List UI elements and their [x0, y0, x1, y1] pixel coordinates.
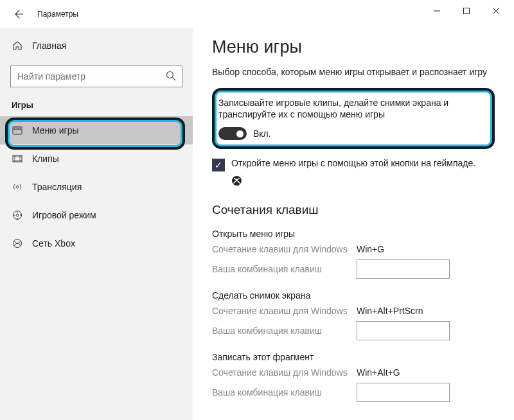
your-combo-label: Ваша комбинация клавиш — [212, 326, 357, 336]
svg-rect-3 — [14, 128, 17, 130]
svg-point-6 — [16, 186, 19, 188]
close-icon — [493, 8, 499, 14]
xbox-network-icon — [12, 238, 23, 249]
windows-combo-label: Сочетание клавиш для Windows — [212, 367, 357, 378]
toggle-label: Вкл. — [253, 128, 271, 139]
titlebar: Параметры — [0, 0, 514, 28]
maximize-icon — [463, 8, 470, 14]
nav-item-label: Сеть Xbox — [32, 238, 75, 249]
clips-icon — [12, 153, 23, 164]
close-button[interactable] — [482, 1, 510, 21]
back-button[interactable] — [9, 4, 28, 24]
your-combo-input[interactable] — [357, 383, 450, 402]
page-title: Меню игры — [212, 37, 495, 57]
svg-rect-5 — [13, 155, 22, 162]
shortcut-label: Открыть меню игры — [212, 229, 495, 239]
record-toggle[interactable] — [218, 127, 247, 140]
windows-combo-label: Сочетание клавиш для Windows — [212, 244, 357, 254]
page-description: Выбор способа, которым меню игры открыва… — [212, 66, 495, 79]
nav-item-label: Клипы — [32, 153, 59, 164]
nav-item-label: Трансляция — [32, 182, 82, 192]
shortcut-group-open: Открыть меню игры Сочетание клавиш для W… — [212, 229, 495, 279]
shortcuts-title: Сочетания клавиш — [212, 203, 495, 217]
nav-item-label: Игровой режим — [32, 210, 96, 220]
your-combo-input[interactable] — [357, 259, 450, 279]
svg-point-1 — [167, 72, 173, 78]
shortcut-label: Записать этот фрагмент — [212, 352, 495, 362]
nav-home-label: Главная — [32, 40, 66, 51]
shortcut-group-record: Записать этот фрагмент Сочетание клавиш … — [212, 352, 495, 402]
maximize-button[interactable] — [452, 1, 481, 21]
minimize-button[interactable] — [423, 1, 451, 21]
your-combo-input[interactable] — [357, 321, 450, 340]
sidebar-category: Игры — [0, 96, 193, 116]
main-content: Меню игры Выбор способа, которым меню иг… — [193, 28, 514, 420]
minimize-icon — [434, 8, 440, 14]
window-title: Параметры — [37, 10, 78, 19]
your-combo-label: Ваша комбинация клавиш — [212, 387, 357, 398]
nav-game-mode[interactable]: Игровой режим — [0, 201, 193, 229]
game-mode-icon — [12, 209, 23, 221]
game-bar-icon — [12, 125, 23, 136]
svg-rect-4 — [19, 128, 21, 130]
nav-clips[interactable]: Клипы — [0, 144, 193, 173]
svg-rect-0 — [464, 8, 470, 14]
gamepad-checkbox[interactable]: ✓ — [212, 159, 225, 171]
search-input[interactable] — [10, 66, 182, 87]
record-description: Записывайте игровые клипы, делайте снимк… — [218, 97, 483, 121]
search-icon — [166, 71, 176, 81]
home-icon — [12, 40, 23, 51]
shortcut-label: Сделать снимок экрана — [212, 290, 495, 301]
nav-home[interactable]: Главная — [0, 32, 193, 59]
svg-point-8 — [16, 214, 19, 216]
your-combo-label: Ваша комбинация клавиш — [212, 264, 357, 274]
windows-combo-value: Win+Alt+PrtScrn — [357, 306, 423, 316]
gamepad-checkbox-label: Откройте меню игры с помощью этой кнопки… — [231, 158, 475, 168]
windows-combo-label: Сочетание клавиш для Windows — [212, 306, 357, 316]
nav-item-label: Меню игры — [32, 125, 79, 136]
arrow-left-icon — [13, 9, 24, 19]
nav-broadcast[interactable]: Трансляция — [0, 173, 193, 201]
nav-game-bar[interactable]: Меню игры — [0, 116, 193, 144]
broadcast-icon — [12, 181, 23, 193]
nav-xbox-network[interactable]: Сеть Xbox — [0, 229, 193, 258]
windows-combo-value: Win+Alt+G — [357, 367, 400, 378]
shortcut-group-screenshot: Сделать снимок экрана Сочетание клавиш д… — [212, 290, 495, 340]
xbox-icon — [231, 175, 495, 186]
record-setting-box: Записывайте игровые клипы, делайте снимк… — [212, 88, 495, 150]
windows-combo-value: Win+G — [357, 244, 384, 254]
sidebar: Главная Игры Меню игры Клипы Трансляция … — [0, 28, 193, 420]
